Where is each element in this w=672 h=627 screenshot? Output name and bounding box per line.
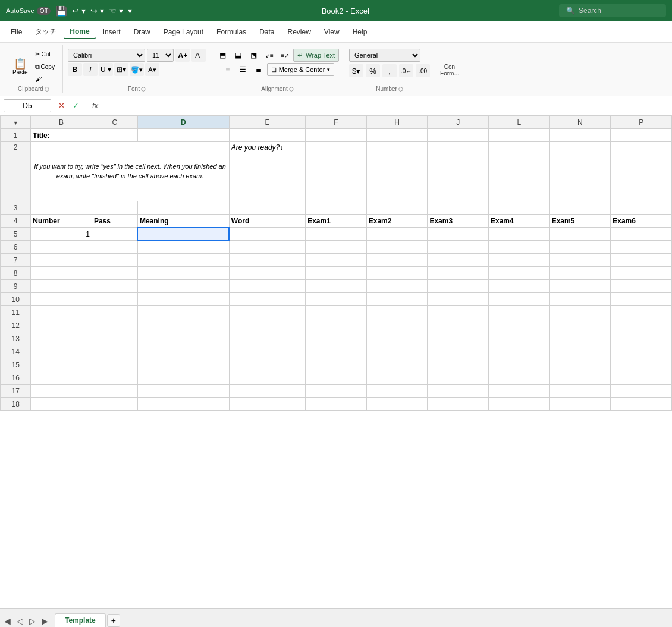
search-box[interactable]: 🔍 Search — [559, 4, 666, 17]
sheet-area[interactable]: ▼ B C D E F H J L N P 1 Titl — [0, 115, 672, 608]
cell-reference-input[interactable]: D5 — [4, 99, 51, 112]
cell-L5[interactable] — [489, 228, 550, 241]
cell-P1[interactable] — [611, 129, 672, 142]
alignment-expand-icon[interactable]: ⬡ — [289, 86, 294, 92]
cell-C5[interactable] — [92, 228, 137, 241]
cell-J3[interactable] — [428, 201, 489, 215]
menu-help[interactable]: Help — [347, 26, 373, 39]
col-header-B[interactable]: B — [31, 116, 92, 129]
tab-next-button[interactable]: ▶ — [40, 615, 50, 627]
cell-H4[interactable]: Exam2 — [366, 215, 428, 228]
copy-button[interactable]: ⧉ Copy — [32, 61, 58, 73]
cell-P3[interactable] — [611, 201, 672, 215]
cell-P4[interactable]: Exam6 — [611, 215, 672, 228]
col-header-N[interactable]: N — [549, 116, 611, 129]
touch-icon[interactable]: ☜ ▾ — [109, 6, 123, 15]
cell-J6[interactable] — [428, 241, 489, 254]
menu-draw[interactable]: Draw — [128, 26, 156, 39]
bold-button[interactable]: B — [68, 63, 82, 76]
cell-N2[interactable] — [549, 142, 611, 201]
col-header-D[interactable]: D — [137, 116, 229, 129]
cell-J2[interactable] — [428, 142, 489, 201]
cell-D5[interactable] — [137, 228, 229, 241]
align-right-button[interactable]: ≣ — [252, 63, 266, 76]
cell-D1[interactable] — [137, 129, 229, 142]
menu-insert[interactable]: Insert — [97, 26, 127, 39]
cell-N6[interactable] — [549, 241, 611, 254]
font-expand-icon[interactable]: ⬡ — [141, 86, 146, 92]
align-center-button[interactable]: ☰ — [236, 63, 250, 76]
formula-cancel-button[interactable]: ✕ — [55, 99, 68, 112]
tab-prev-page-button[interactable]: ◁ — [15, 615, 25, 627]
percent-button[interactable]: % — [366, 64, 380, 77]
indent-increase-button[interactable]: ≡↗ — [278, 49, 292, 62]
cell-H2[interactable] — [366, 142, 428, 201]
cell-L6[interactable] — [489, 241, 550, 254]
menu-formulas[interactable]: Formulas — [211, 26, 252, 39]
cell-E5[interactable] — [229, 228, 305, 241]
cell-C4[interactable]: Pass — [92, 215, 137, 228]
format-painter-button[interactable]: 🖌 — [32, 74, 58, 84]
cell-N5[interactable] — [549, 228, 611, 241]
cell-B6[interactable] — [31, 241, 92, 254]
cell-J4[interactable]: Exam3 — [428, 215, 489, 228]
cell-B4[interactable]: Number — [31, 215, 92, 228]
cell-E6[interactable] — [229, 241, 305, 254]
col-header-H[interactable]: H — [366, 116, 428, 129]
cell-B5[interactable]: 1 — [31, 228, 92, 241]
col-header-L[interactable]: L — [489, 116, 550, 129]
align-left-button[interactable]: ≡ — [221, 63, 235, 76]
cell-H5[interactable] — [366, 228, 428, 241]
cell-J5[interactable] — [428, 228, 489, 241]
clipboard-expand-icon[interactable]: ⬡ — [45, 86, 49, 92]
menu-page-layout[interactable]: Page Layout — [158, 26, 209, 39]
cell-H3[interactable] — [366, 201, 428, 215]
font-grow-button[interactable]: A+ — [175, 49, 190, 62]
comma-button[interactable]: , — [382, 64, 397, 77]
cell-B2-merged[interactable]: If you want to try, write "yes" in the c… — [31, 142, 230, 201]
col-header-C[interactable]: C — [92, 116, 137, 129]
decrease-decimal-button[interactable]: .0← — [399, 64, 413, 77]
formula-confirm-button[interactable]: ✓ — [69, 99, 82, 112]
save-icon[interactable]: 💾 — [55, 5, 67, 17]
align-top-center-button[interactable]: ⬓ — [231, 49, 246, 62]
font-shrink-button[interactable]: A- — [191, 49, 206, 62]
underline-button[interactable]: U ▾ — [99, 63, 113, 76]
col-header-P[interactable]: P — [611, 116, 672, 129]
select-all-icon[interactable]: ▼ — [13, 120, 18, 126]
increase-decimal-button[interactable]: .00 — [416, 64, 430, 77]
menu-review[interactable]: Review — [281, 26, 316, 39]
number-expand-icon[interactable]: ⬡ — [398, 86, 403, 92]
cell-P2[interactable] — [611, 142, 672, 201]
cell-D3[interactable] — [137, 201, 229, 215]
tab-next-page-button[interactable]: ▷ — [27, 615, 37, 627]
tab-prev-button[interactable]: ◀ — [2, 615, 12, 627]
font-color-button[interactable]: A▾ — [145, 63, 159, 76]
cell-H1[interactable] — [366, 129, 428, 142]
indent-decrease-button[interactable]: ↙≡ — [262, 49, 277, 62]
add-sheet-button[interactable]: + — [107, 614, 120, 627]
paste-button[interactable]: 📋 Paste — [10, 56, 31, 77]
fill-color-button[interactable]: 🪣▾ — [130, 63, 144, 76]
col-header-E[interactable]: E — [229, 116, 305, 129]
cell-P5[interactable] — [611, 228, 672, 241]
cell-C1[interactable] — [92, 129, 137, 142]
cell-C3[interactable] — [92, 201, 137, 215]
cell-P6[interactable] — [611, 241, 672, 254]
autosave-toggle[interactable]: Off — [37, 7, 51, 15]
cell-N3[interactable] — [549, 201, 611, 215]
cell-B1[interactable]: Title: — [31, 129, 92, 142]
undo-btn[interactable]: ↩ ▾ — [72, 6, 86, 15]
dollar-button[interactable]: $▾ — [349, 64, 363, 77]
cell-L1[interactable] — [489, 129, 550, 142]
cell-F6[interactable] — [306, 241, 367, 254]
cell-D4[interactable]: Meaning — [137, 215, 229, 228]
cell-F4[interactable]: Exam1 — [306, 215, 367, 228]
col-header-F[interactable]: F — [306, 116, 367, 129]
cell-F2[interactable] — [306, 142, 367, 201]
cut-button[interactable]: ✂ Cut — [32, 49, 58, 60]
cell-F3[interactable] — [306, 201, 367, 215]
cell-C6[interactable] — [92, 241, 137, 254]
wrap-text-button[interactable]: ↵ Wrap Text — [293, 49, 339, 62]
cell-L3[interactable] — [489, 201, 550, 215]
